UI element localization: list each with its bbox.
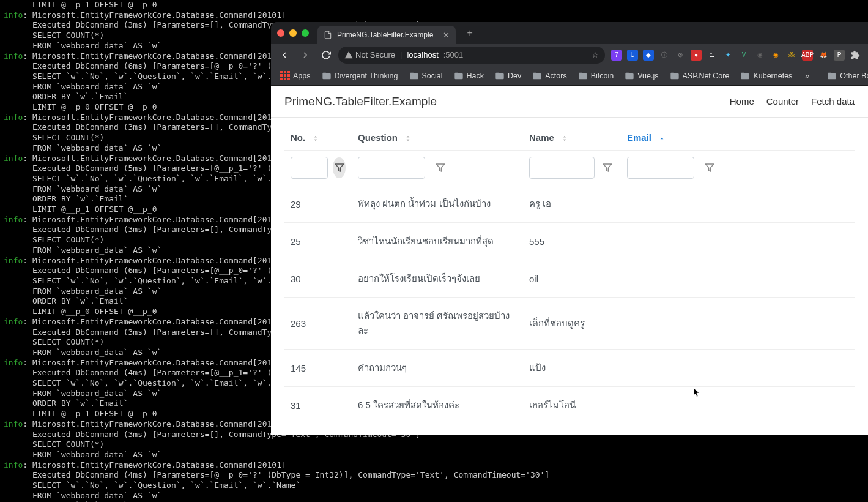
apps-icon [280, 71, 290, 81]
filter-menu-button[interactable] [699, 157, 720, 178]
bookmark-folder[interactable]: Dev [491, 69, 525, 83]
sort-icon [404, 134, 412, 143]
bookmark-folder[interactable]: Kubernetes [736, 69, 796, 83]
bookmarks-overflow-icon[interactable]: » [801, 72, 813, 80]
column-header-no[interactable]: No. [284, 125, 352, 151]
column-header-question[interactable]: Question [352, 125, 523, 151]
back-button[interactable] [276, 47, 293, 64]
filter-menu-button[interactable] [430, 157, 451, 178]
extensions-menu-icon[interactable] [850, 50, 861, 61]
page-content: PrimeNG.TableFilter.Example Home Counter… [271, 86, 868, 435]
column-header-email[interactable]: Email [621, 125, 855, 151]
ext-icon[interactable]: ✦ [722, 50, 733, 61]
window-controls[interactable] [277, 29, 309, 37]
table-row[interactable]: 29พัทลุง ฝนตก น้ำท่วม เป็นไงกันบ้างครู เ… [284, 185, 855, 223]
bookmark-label: Other Bo [840, 72, 868, 80]
ext-icon[interactable]: V [738, 50, 749, 61]
sort-asc-icon [658, 134, 666, 143]
table-row[interactable]: 145คำถามกวนๆแป้ง [284, 350, 855, 387]
cell-no: 31 [284, 387, 352, 424]
url-port: :5001 [443, 50, 464, 59]
filter-menu-button[interactable] [333, 157, 346, 178]
other-bookmarks[interactable]: Other Bo [823, 69, 868, 83]
bookmark-star-icon[interactable]: ☆ [592, 50, 599, 59]
ext-icon[interactable]: ◉ [754, 50, 765, 61]
cell-email [621, 260, 855, 298]
filter-menu-button[interactable] [599, 157, 615, 178]
nav-counter[interactable]: Counter [766, 96, 799, 107]
column-label: Question [358, 132, 398, 143]
filter-input-no[interactable] [291, 157, 328, 179]
ext-icon[interactable]: ◆ [643, 50, 654, 61]
svg-marker-3 [705, 164, 713, 171]
table-row[interactable]: 263แล้วใคนว่า อาจารย์ ศรัณพรอยู่สวยบ้างล… [284, 298, 855, 350]
ext-icon[interactable]: ⓘ [659, 50, 670, 61]
bookmark-folder[interactable]: Bitcoin [574, 69, 618, 83]
maximize-window-icon[interactable] [302, 29, 309, 37]
address-bar[interactable]: Not Secure | localhost:5001 ☆ [338, 47, 605, 64]
bookmark-folder[interactable]: ASP.Net Core [666, 69, 734, 83]
cell-no: 145 [284, 350, 352, 387]
extensions-area: 7 U ◆ ⓘ ⊘ ● 🗂 ✦ V ◉ ◉ ⁂ ABP 🦊 P [609, 50, 863, 61]
ext-icon[interactable]: 🦊 [818, 50, 829, 61]
table-header-row: No. Question Name Email [284, 125, 855, 151]
cell-question: พัทลุง ฝนตก น้ำท่วม เป็นไงกันบ้าง [352, 185, 523, 223]
bookmarks-bar: Apps Divergent Thinking Social Hack Dev … [271, 66, 868, 86]
bookmark-folder[interactable]: Divergent Thinking [317, 69, 402, 83]
bookmark-label: Divergent Thinking [335, 72, 398, 80]
ext-icon[interactable]: ● [691, 50, 702, 61]
bookmark-label: Hack [467, 72, 484, 80]
nav-home[interactable]: Home [730, 96, 754, 107]
ext-icon[interactable]: 7 [611, 50, 622, 61]
bookmark-folder[interactable]: Actors [528, 69, 571, 83]
folder-icon [625, 71, 634, 81]
folder-icon [322, 71, 332, 81]
data-table: No. Question Name Email [284, 125, 855, 424]
filter-input-name[interactable] [529, 157, 595, 179]
folder-icon [740, 71, 750, 81]
forward-button[interactable] [297, 47, 314, 64]
browser-tab[interactable]: PrimeNG.TableFilter.Example ✕ [317, 26, 456, 44]
ext-icon[interactable]: 🗂 [707, 50, 718, 61]
table-row[interactable]: 316 5 ใครสวยที่สดในห้องค่ะเฮอร์ไมโอนี [284, 387, 855, 424]
column-label: Name [529, 132, 554, 143]
tab-close-icon[interactable]: ✕ [443, 31, 450, 40]
close-window-icon[interactable] [277, 29, 284, 37]
folder-icon [532, 71, 542, 81]
column-label: Email [627, 132, 651, 143]
column-label: No. [291, 132, 305, 143]
ext-icon[interactable]: ABP [802, 50, 813, 61]
cell-name: เฮอร์ไมโอนี [523, 387, 621, 424]
bookmark-label: Social [422, 72, 443, 80]
cell-question: 6 5 ใครสวยที่สดในห้องค่ะ [352, 387, 523, 424]
ext-icon[interactable]: P [834, 50, 845, 61]
browser-window: PrimeNG.TableFilter.Example ✕ + Not Secu… [271, 22, 868, 435]
folder-icon [495, 71, 505, 81]
browser-toolbar: Not Secure | localhost:5001 ☆ 7 U ◆ ⓘ ⊘ … [271, 44, 868, 66]
reload-button[interactable] [317, 47, 335, 64]
bookmark-label: Bitcoin [591, 72, 614, 80]
ext-icon[interactable]: ⁂ [786, 50, 797, 61]
tab-favicon-icon [324, 31, 332, 39]
ext-icon[interactable]: ◉ [770, 50, 781, 61]
filter-input-email[interactable] [627, 157, 694, 179]
bookmark-folder[interactable]: Vue.js [620, 69, 662, 83]
table-row[interactable]: 30อยากให้โรงเรียนเปิดเร็วๆจังเลยoil [284, 260, 855, 298]
ext-icon[interactable]: ⊘ [675, 50, 686, 61]
tab-title: PrimeNG.TableFilter.Example [337, 31, 433, 39]
apps-button[interactable]: Apps [276, 69, 315, 83]
column-header-name[interactable]: Name [523, 125, 621, 151]
nav-fetch-data[interactable]: Fetch data [811, 96, 855, 107]
bookmark-label: Apps [293, 72, 311, 80]
table-row[interactable]: 25วิชาไหนนักเรียนชอบเรียนมากที่สุด555 [284, 223, 855, 260]
filter-input-question[interactable] [358, 157, 425, 179]
bookmark-folder[interactable]: Social [405, 69, 447, 83]
mouse-cursor-icon [694, 388, 701, 398]
folder-icon [827, 71, 837, 81]
cell-no: 25 [284, 223, 352, 260]
ext-icon[interactable]: U [627, 50, 638, 61]
bookmark-folder[interactable]: Hack [450, 69, 488, 83]
folder-icon [670, 71, 680, 81]
minimize-window-icon[interactable] [289, 29, 297, 37]
new-tab-button[interactable]: + [462, 25, 477, 41]
